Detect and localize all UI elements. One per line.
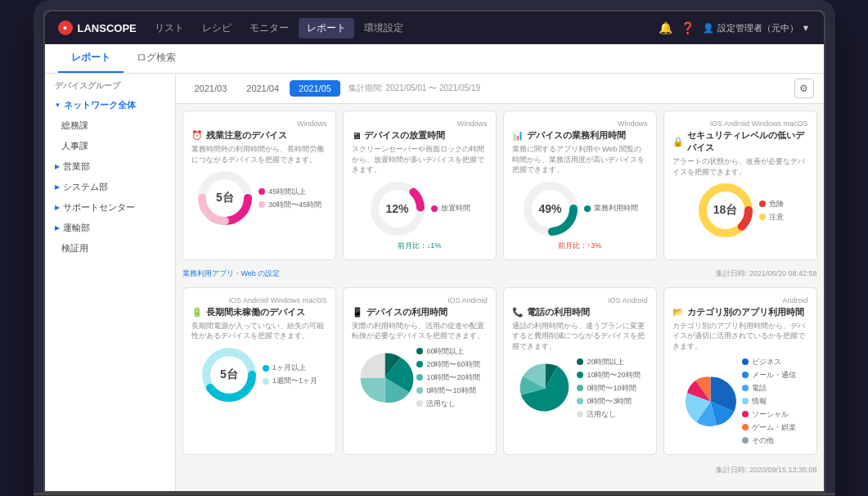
legend-dot bbox=[416, 361, 423, 367]
legend-item-1: 1ヶ月以上 bbox=[263, 363, 317, 373]
legend-item-1: 放置時間 bbox=[431, 203, 470, 214]
card-title: 📊 デバイスの業務利用時間 bbox=[512, 129, 648, 142]
arrow-icon: ▶ bbox=[55, 163, 60, 170]
card-icon: ⏰ bbox=[191, 130, 203, 141]
legend: 45時間以上 30時間〜45時間 bbox=[259, 187, 322, 210]
legend-dot bbox=[742, 358, 749, 365]
card-icon: 📊 bbox=[512, 130, 524, 141]
legend-dot bbox=[584, 205, 591, 212]
card-title-text: デバイスの利用時間 bbox=[367, 306, 447, 318]
user-info[interactable]: 👤 設定管理者（元中） ▼ bbox=[703, 22, 811, 34]
nav-recipe[interactable]: レシピ bbox=[194, 18, 240, 38]
legend-label: 20時間〜60時間 bbox=[426, 359, 479, 370]
date-btn-2[interactable]: 2021/04 bbox=[237, 80, 288, 97]
sidebar-item-label: システム部 bbox=[63, 181, 108, 193]
legend-label: 45時間以上 bbox=[268, 187, 306, 197]
legend-label: 危険 bbox=[769, 199, 784, 210]
legend-label: 30時間〜45時間 bbox=[268, 200, 322, 210]
legend-dot bbox=[416, 400, 423, 407]
arrow-icon: ▶ bbox=[55, 204, 60, 211]
pie-chart bbox=[519, 362, 572, 415]
nav-report[interactable]: レポート bbox=[299, 18, 354, 38]
chart-area: 12% 放置時間 bbox=[352, 180, 488, 237]
chart-area: 18台 危険 注意 bbox=[672, 182, 808, 239]
legend-label: 1週間〜1ヶ月 bbox=[272, 376, 317, 386]
legend: 60時間以上 20時間〜60時間 10時間〜20時間 bbox=[416, 346, 479, 409]
legend-dot bbox=[742, 385, 749, 391]
tab-log[interactable]: ログ検索 bbox=[124, 44, 189, 73]
legend-item-2: 1週間〜1ヶ月 bbox=[263, 376, 317, 386]
logo-text: LANSCOPE bbox=[78, 22, 137, 34]
card-icon: 📞 bbox=[512, 307, 524, 318]
help-icon[interactable]: ❓ bbox=[681, 21, 695, 34]
donut-value: 18台 bbox=[713, 203, 738, 218]
card-desc: カテゴリ別のアプリ利用時間から、デバイスが適切に活用されているかを把握できます。 bbox=[672, 321, 808, 352]
user-icon: 👤 bbox=[703, 23, 714, 34]
logo-icon: ● bbox=[58, 20, 73, 35]
card-title-text: 長期間未稼働のデバイス bbox=[206, 306, 305, 318]
legend-dot bbox=[577, 385, 583, 391]
legend-dot bbox=[577, 372, 583, 378]
nav-settings[interactable]: 環境設定 bbox=[356, 18, 412, 38]
date-btn-1[interactable]: 2021/03 bbox=[186, 80, 236, 97]
legend-dot bbox=[577, 358, 583, 365]
tab-report[interactable]: レポート bbox=[58, 44, 124, 73]
card-desc: 通話の利用時間から、違うプランに変更すると費用削減につながるデバイスを把握できま… bbox=[512, 321, 648, 352]
bell-icon[interactable]: 🔔 bbox=[659, 21, 672, 34]
sidebar-item-network[interactable]: ▼ ネットワーク全体 bbox=[45, 95, 175, 115]
legend: 業務利用時間 bbox=[584, 203, 638, 214]
main-content: デバイスグループ ▼ ネットワーク全体 総務課 人事課 ▶ 営業部 ▶ システ bbox=[45, 74, 824, 491]
legend-item-1: 45時間以上 bbox=[259, 187, 322, 197]
section-link[interactable]: 業務利用アプリ・Web の設定 bbox=[182, 268, 281, 279]
legend-item-1: ビジネス bbox=[742, 357, 796, 367]
legend-dot bbox=[742, 411, 749, 417]
chart-area: 5台 1ヶ月以上 1週間〜1ヶ月 bbox=[191, 346, 327, 404]
legend-item-1: 危険 bbox=[759, 199, 784, 210]
legend-dot bbox=[759, 201, 766, 207]
nav-list[interactable]: リスト bbox=[146, 18, 192, 38]
legend-label: ゲーム・娯楽 bbox=[752, 422, 796, 433]
legend-item-7: その他 bbox=[742, 435, 796, 446]
sidebar-item-test[interactable]: 検証用 bbox=[45, 238, 175, 259]
legend-dot bbox=[416, 374, 423, 381]
arrow-icon: ▶ bbox=[55, 224, 60, 232]
legend-label: メール・通信 bbox=[752, 370, 796, 381]
legend-label: 業務利用時間 bbox=[594, 203, 638, 214]
datebar-settings-btn[interactable]: ⚙ bbox=[794, 79, 814, 98]
card-usage-time: iOS Android 📱 デバイスの利用時間 実際の利用時間から、活用の促進や… bbox=[343, 287, 497, 455]
legend-dot bbox=[416, 348, 423, 354]
legend-dot bbox=[577, 411, 583, 417]
card-title-text: 電話の利用時間 bbox=[527, 306, 590, 318]
sidebar-item-eigyo[interactable]: ▶ 営業部 bbox=[45, 156, 175, 177]
sidebar-item-somu[interactable]: 総務課 bbox=[45, 115, 175, 136]
sidebar-item-label: 検証用 bbox=[61, 242, 88, 255]
sidebar-item-jinji[interactable]: 人事課 bbox=[45, 136, 175, 156]
legend-item-2: 10時間〜20時間 bbox=[577, 370, 640, 381]
calc-date: 集計日時: 2021/05/20 08:42:58 bbox=[716, 268, 817, 279]
legend-item-4: 0時間〜10時間 bbox=[416, 386, 479, 396]
sidebar-item-support[interactable]: ▶ サポートセンター bbox=[45, 197, 175, 218]
card-platform: iOS Android Windows macOS bbox=[672, 119, 808, 128]
legend-item-4: 0時間〜3時間 bbox=[577, 396, 640, 407]
card-desc: 業務時間外の利用時間から、長時間労働につながるデバイスを把握できます。 bbox=[191, 144, 327, 165]
legend-dot bbox=[259, 188, 265, 195]
topbar: ● LANSCOPE リスト レシピ モニター レポート 環境設定 🔔 ❓ 👤 … bbox=[45, 11, 824, 44]
legend-label: 1ヶ月以上 bbox=[272, 363, 306, 373]
sidebar-item-transport[interactable]: ▶ 運輸部 bbox=[45, 218, 175, 238]
legend-dot bbox=[742, 398, 749, 404]
sidebar-item-system[interactable]: ▶ システム部 bbox=[45, 177, 175, 197]
datebar: 2021/03 2021/04 2021/05 集計期間: 2021/05/01… bbox=[176, 74, 824, 104]
legend-label: 60時間以上 bbox=[426, 346, 464, 357]
legend-label: ビジネス bbox=[752, 357, 781, 367]
card-idle: Windows 🖥 デバイスの放置時間 スクリーンセーバーや画面ロックの時間から… bbox=[343, 110, 497, 260]
card-grid-row2: iOS Android Windows macOS 🔋 長期間未稼働のデバイス … bbox=[176, 281, 824, 462]
legend-label: 放置時間 bbox=[441, 203, 470, 214]
card-platform: Windows bbox=[352, 119, 488, 128]
date-btn-3[interactable]: 2021/05 bbox=[290, 80, 340, 97]
card-title-text: カテゴリ別のアプリ利用時間 bbox=[687, 306, 804, 318]
nav-monitor[interactable]: モニター bbox=[241, 18, 297, 38]
card-icon: 📱 bbox=[352, 307, 363, 318]
legend-label: 0時間〜3時間 bbox=[587, 396, 632, 407]
card-grid-row1: Windows ⏰ 残業注意のデバイス 業務時間外の利用時間から、長時間労働につ… bbox=[176, 104, 824, 267]
legend-label: 情報 bbox=[752, 396, 767, 407]
